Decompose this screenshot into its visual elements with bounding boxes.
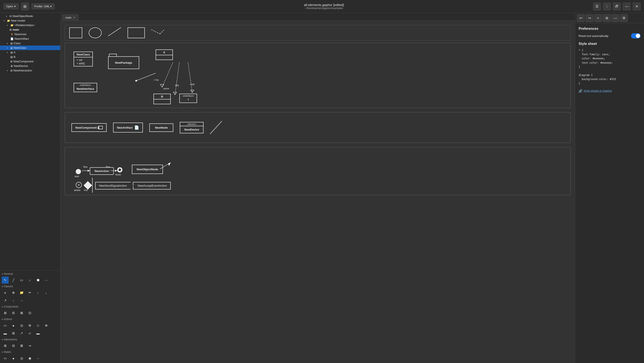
tool-interface[interactable]: ⊕ bbox=[10, 289, 17, 296]
tool-right[interactable]: → bbox=[18, 297, 25, 304]
tree-item-relationships[interactable]: ▸ 📁 <Relationships> bbox=[0, 23, 60, 28]
tool-up2[interactable]: ↑ bbox=[10, 297, 17, 304]
tree-item-new-interaction[interactable]: ▸ ⊞ NewInteraction bbox=[0, 68, 60, 73]
settings-button[interactable]: ⚙ bbox=[620, 14, 628, 22]
tool-act-circle[interactable]: ◎ bbox=[18, 322, 25, 329]
tool-diagonal[interactable]: ↗ bbox=[2, 297, 9, 304]
tool-package[interactable]: 📁 bbox=[18, 289, 25, 296]
tree-item-class[interactable]: ▸ ▤ Class bbox=[0, 41, 60, 46]
classes-arrow-icon: ▾ bbox=[2, 285, 3, 288]
new-artifact-element[interactable]: NewArtifact 📄 bbox=[113, 122, 143, 132]
tool-class[interactable]: ≡ bbox=[2, 289, 9, 296]
left-sidebar: ▸ ⊟ NewObjectNode ▾ 📁 New model ▸ 📁 <Rel… bbox=[0, 13, 60, 363]
window-subtitle: ~/Development/gaphor/examples bbox=[305, 7, 343, 10]
interface-i-element[interactable]: «interface» I bbox=[179, 94, 197, 103]
tree-item-main[interactable]: ⊞ main bbox=[0, 28, 60, 32]
tool-act-arrow[interactable]: ↗ bbox=[18, 330, 25, 337]
tool-act-plus[interactable]: ⊕ bbox=[43, 322, 50, 329]
tool-diamond[interactable]: ⬟ bbox=[34, 277, 42, 284]
new-interface-element[interactable]: «interface» NewInterface bbox=[74, 83, 97, 92]
toolbox: ▾ General ↖ ╱ ▭ ○ ⬟ ⋯ ▾ Classes ≡ ⊕ 📁 ✏ bbox=[0, 270, 60, 363]
new-interface-name: NewInterface bbox=[74, 87, 97, 92]
tool-st-arrow[interactable]: → bbox=[34, 355, 42, 362]
copy-button[interactable]: ⧉ bbox=[603, 14, 610, 22]
tool-edit[interactable]: ✏ bbox=[26, 289, 33, 296]
tab-close-icon[interactable]: ✕ bbox=[73, 16, 75, 19]
tool-act-filled[interactable]: ● bbox=[10, 322, 17, 329]
classes-section-header[interactable]: ▾ Classes bbox=[0, 284, 60, 289]
tree-item-a[interactable]: ▸ ▤ A bbox=[0, 50, 60, 54]
tool-st-circle[interactable]: ◎ bbox=[18, 355, 25, 362]
minimize-button[interactable]: — bbox=[623, 2, 630, 10]
new-component-element[interactable]: NewComponent bbox=[72, 123, 106, 132]
actions-section-header[interactable]: ▾ Actions bbox=[0, 317, 60, 322]
tree-item-new-actor[interactable]: 🧍 NewActor bbox=[0, 32, 60, 36]
svg-line-2 bbox=[160, 30, 164, 34]
tool-line[interactable]: ╱ bbox=[10, 277, 17, 284]
tree-item-new-device[interactable]: 🖥 NewDevice bbox=[0, 64, 60, 68]
shape-circle bbox=[89, 28, 102, 38]
undo-button[interactable]: ↩ bbox=[577, 14, 585, 22]
reset-toggle[interactable] bbox=[631, 33, 640, 38]
tree-item-new-object-node[interactable]: ▸ ⊟ NewObjectNode bbox=[0, 14, 60, 18]
stylesheet-link[interactable]: 🔗 Style sheets in Gaphor bbox=[578, 89, 640, 92]
b-element[interactable]: B bbox=[154, 94, 171, 104]
tool-int4[interactable]: ⇒ bbox=[26, 342, 33, 349]
interactions-section-header[interactable]: ▾ Interactions bbox=[0, 337, 60, 342]
new-device-element[interactable]: «device» NewDevice bbox=[180, 122, 204, 133]
close-button[interactable]: ✕ bbox=[633, 2, 640, 10]
delete-toolbar-button[interactable]: — bbox=[612, 14, 619, 22]
tool-dots[interactable]: ⋯ bbox=[43, 277, 50, 284]
tool-comp4[interactable]: ⊡ bbox=[26, 310, 33, 316]
tool-down[interactable]: ↓ bbox=[43, 289, 50, 296]
redo-button[interactable]: ↪ bbox=[586, 14, 593, 22]
tree-item-b[interactable]: ▤ B bbox=[0, 54, 60, 59]
shape-line bbox=[108, 28, 121, 38]
tool-st-filled[interactable]: ● bbox=[10, 355, 17, 362]
restore-button[interactable]: 🗗 bbox=[613, 2, 621, 10]
tool-act-x[interactable]: ⊗ bbox=[26, 322, 33, 329]
tool-act-bar2[interactable]: ▬ bbox=[34, 330, 42, 337]
tool-act-rect[interactable]: ▭ bbox=[2, 322, 9, 329]
tool-act-grid[interactable]: ⊞ bbox=[10, 330, 17, 337]
general-section-header[interactable]: ▾ General bbox=[0, 272, 60, 276]
tool-comp1[interactable]: ⊞ bbox=[2, 310, 9, 316]
tool-act-para[interactable]: ▱ bbox=[26, 330, 33, 337]
tool-comp2[interactable]: ⊟ bbox=[10, 310, 17, 316]
tool-act-bar[interactable]: ▬ bbox=[2, 330, 9, 337]
tree-item-new-model[interactable]: ▾ 📁 New model bbox=[0, 18, 60, 23]
tool-comp3[interactable]: ⊠ bbox=[18, 310, 25, 316]
tool-circle[interactable]: ○ bbox=[26, 277, 33, 284]
menu-button[interactable]: ⋮ bbox=[603, 2, 611, 10]
open-button[interactable]: Open ▾ bbox=[4, 4, 18, 9]
new-node-element[interactable]: NewNode bbox=[149, 124, 173, 132]
tab-main[interactable]: main ✕ bbox=[62, 14, 78, 20]
tree-label: New model bbox=[11, 19, 25, 22]
add-button[interactable]: + bbox=[594, 14, 602, 22]
tool-int2[interactable]: ⊟ bbox=[10, 342, 17, 349]
shape-line2 bbox=[151, 28, 164, 38]
general-tools-row: ↖ ╱ ▭ ○ ⬟ ⋯ bbox=[0, 276, 60, 284]
canvas-scroll[interactable]: NewClass + val + add() NewPack bbox=[60, 21, 575, 363]
tree-icon-artifact: 📄 bbox=[10, 37, 14, 40]
tool-st-target[interactable]: ◉ bbox=[26, 355, 33, 362]
tool-rect[interactable]: ▭ bbox=[18, 277, 25, 284]
tool-up[interactable]: ↑ bbox=[34, 289, 42, 296]
shape-rect bbox=[69, 28, 82, 38]
tool-st-rect[interactable]: ▭ bbox=[2, 355, 9, 362]
tool-int3[interactable]: ⊠ bbox=[18, 342, 25, 349]
stylesheet-code[interactable]: * { font-family: sans; color: #eeeeee; t… bbox=[578, 48, 640, 86]
tool-pointer[interactable]: ↖ bbox=[2, 277, 9, 284]
layout-icon-button[interactable]: ⊞ bbox=[21, 2, 29, 10]
tree-panel: ▸ ⊟ NewObjectNode ▾ 📁 New model ▸ 📁 <Rel… bbox=[0, 13, 60, 270]
sidebar-toggle-button[interactable]: ☰ bbox=[593, 2, 601, 10]
components-section-header[interactable]: ▾ Components bbox=[0, 304, 60, 309]
tree-item-new-artifact[interactable]: 📄 NewArtifact bbox=[0, 36, 60, 41]
states-section-header[interactable]: ▾ States bbox=[0, 350, 60, 354]
tool-act-diamond[interactable]: ◇ bbox=[34, 322, 42, 329]
tree-icon-b: ▤ bbox=[10, 56, 13, 58]
tree-item-new-component[interactable]: ⊞ NewComponent bbox=[0, 59, 60, 64]
tree-item-new-class[interactable]: ▸ ▤ NewClass bbox=[0, 46, 60, 50]
tool-int1[interactable]: ⊞ bbox=[2, 342, 9, 349]
profile-button[interactable]: Profile: UML ▾ bbox=[32, 4, 55, 9]
